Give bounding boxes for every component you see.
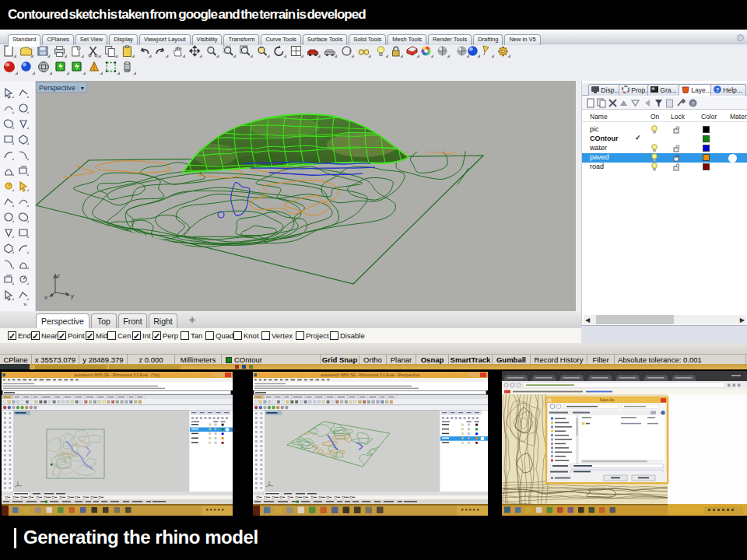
svg-text:z: z: [56, 272, 60, 279]
svg-text:»: »: [23, 301, 27, 308]
svg-text:Save As: Save As: [600, 397, 615, 402]
svg-text:?: ?: [691, 100, 695, 107]
svg-text:x: x: [44, 294, 48, 301]
svg-text:autosketch 6850 SE - Rhinocero: autosketch 6850 SE - Rhinoceros 5.0 Eval…: [321, 373, 420, 377]
svg-text:y: y: [70, 292, 75, 299]
svg-text:?: ?: [716, 86, 720, 93]
svg-text:autosketch 6850 SE - Rhinocero: autosketch 6850 SE - Rhinoceros 5.0 Eval…: [75, 373, 160, 377]
